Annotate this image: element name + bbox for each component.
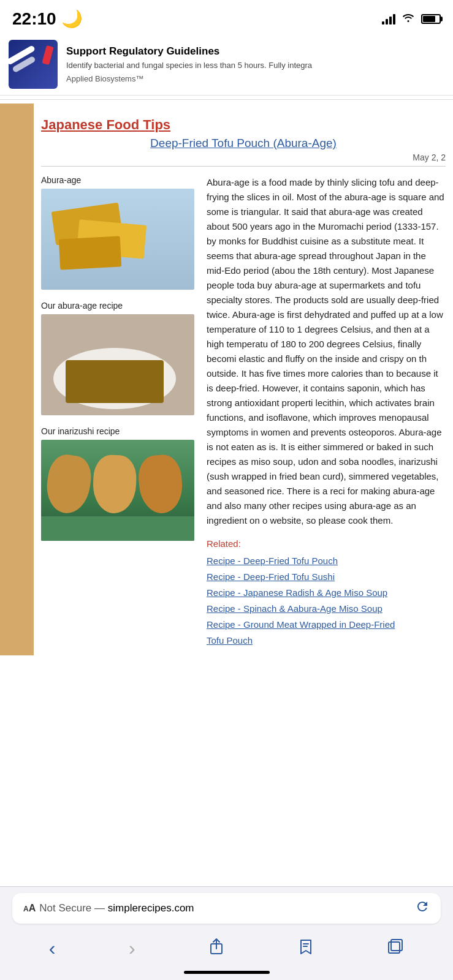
food-image-recipe bbox=[41, 314, 194, 415]
status-bar: 22:10 🌙 bbox=[0, 0, 453, 34]
battery-icon bbox=[421, 14, 441, 24]
related-link-text-6: Tofu Pouch bbox=[207, 635, 253, 646]
left-sidebar-stripe bbox=[0, 104, 34, 655]
related-label: Related: bbox=[207, 537, 446, 551]
ad-text-content: Support Regulatory Guidelines Identify b… bbox=[66, 45, 444, 83]
related-link-3[interactable]: Recipe - Japanese Radish & Age Miso Soup bbox=[207, 586, 446, 600]
signal-bar-4 bbox=[393, 14, 395, 24]
related-prefix-5: Recipe - bbox=[207, 619, 243, 630]
wifi-icon bbox=[402, 12, 415, 26]
related-link-text-2: Deep-Fried Tofu Sushi bbox=[243, 571, 335, 582]
tofu-image-bg bbox=[41, 189, 194, 290]
article-title-link[interactable]: Deep-Fried Tofu Pouch (Abura-Age) bbox=[41, 137, 446, 150]
url-display: Not Secure — simplerecipes.com bbox=[39, 902, 194, 914]
article-date: May 2, 2 bbox=[41, 153, 446, 162]
food-label-2: Our abura-age recipe bbox=[41, 301, 200, 311]
related-link-4[interactable]: Recipe - Spinach & Aabura-Age Miso Soup bbox=[207, 601, 446, 616]
url-text-group: AA Not Secure — simplerecipes.com bbox=[23, 902, 194, 914]
bottom-spacer bbox=[0, 655, 453, 766]
share-button[interactable] bbox=[202, 935, 230, 962]
article-right-column: Abura-age is a food made by thinly slici… bbox=[207, 175, 446, 649]
food-label-3: Our inarizushi recipe bbox=[41, 426, 200, 436]
related-prefix-3: Recipe - bbox=[207, 587, 243, 598]
advertisement-banner[interactable]: Support Regulatory Guidelines Identify b… bbox=[0, 34, 453, 96]
inari-piece-2 bbox=[92, 454, 137, 514]
url-domain: simplerecipes.com bbox=[108, 902, 194, 914]
food-image-inari bbox=[41, 440, 194, 541]
related-link-2[interactable]: Recipe - Deep-Fried Tofu Sushi bbox=[207, 570, 446, 584]
article-left-column: Abura-age Our abura-age recipe Our in bbox=[41, 175, 200, 649]
moon-icon: 🌙 bbox=[61, 9, 83, 29]
site-title-link[interactable]: Japanese Food Tips bbox=[41, 117, 170, 132]
related-prefix-1: Recipe - bbox=[207, 556, 243, 566]
back-button[interactable]: ‹ bbox=[43, 935, 62, 962]
ad-image bbox=[9, 40, 58, 89]
status-icons-group bbox=[382, 12, 441, 26]
clock-time: 22:10 bbox=[12, 9, 56, 29]
status-time-display: 22:10 🌙 bbox=[12, 9, 83, 29]
signal-bar-2 bbox=[386, 19, 388, 24]
ad-deco-3 bbox=[42, 45, 53, 65]
svg-rect-4 bbox=[391, 940, 402, 951]
food-image-abura-age bbox=[41, 189, 194, 290]
tofu-piece-3 bbox=[59, 236, 121, 270]
related-link-text-3: Japanese Radish & Age Miso Soup bbox=[243, 587, 387, 598]
url-bar[interactable]: AA Not Secure — simplerecipes.com bbox=[12, 893, 441, 924]
ad-source: Applied Biosystems™ bbox=[66, 74, 444, 83]
inari-piece-1 bbox=[44, 453, 94, 516]
ad-title: Support Regulatory Guidelines bbox=[66, 45, 444, 58]
forward-button[interactable]: › bbox=[123, 935, 142, 962]
article-body: Abura-age Our abura-age recipe Our in bbox=[41, 175, 446, 649]
related-link-5[interactable]: Recipe - Ground Meat Wrapped in Deep-Fri… bbox=[207, 617, 446, 632]
navigation-bar: ‹ › bbox=[12, 932, 441, 968]
main-content-area: Japanese Food Tips Deep-Fried Tofu Pouch… bbox=[34, 104, 453, 655]
related-link-text-5: Ground Meat Wrapped in Deep-Fried bbox=[243, 619, 395, 630]
site-header: Japanese Food Tips Deep-Fried Tofu Pouch… bbox=[41, 110, 446, 167]
related-link-text-4: Spinach & Aabura-Age Miso Soup bbox=[243, 603, 383, 614]
ad-description: Identify bacterial and fungal species in… bbox=[66, 60, 444, 71]
tabs-button[interactable] bbox=[381, 935, 410, 962]
article-body-text: Abura-age is a food made by thinly slici… bbox=[207, 175, 446, 528]
home-indicator bbox=[184, 971, 270, 974]
separator bbox=[0, 99, 453, 100]
food-label-1: Abura-age bbox=[41, 175, 200, 185]
signal-strength-icon bbox=[382, 13, 395, 24]
ad-image-bg bbox=[9, 40, 58, 89]
battery-fill bbox=[423, 16, 435, 22]
related-link-text-1: Deep-Fried Tofu Pouch bbox=[243, 556, 338, 566]
related-prefix-4: Recipe - bbox=[207, 603, 243, 614]
recipe-food bbox=[66, 360, 164, 403]
bookmarks-button[interactable] bbox=[292, 935, 320, 962]
inari-piece-3 bbox=[137, 453, 185, 515]
related-link-1[interactable]: Recipe - Deep-Fried Tofu Pouch bbox=[207, 554, 446, 568]
related-section: Related: Recipe - Deep-Fried Tofu Pouch … bbox=[207, 537, 446, 648]
leaf-bg bbox=[41, 516, 194, 541]
browser-bar: AA Not Secure — simplerecipes.com ‹ › bbox=[0, 886, 453, 980]
signal-bar-3 bbox=[389, 17, 392, 24]
inari-image-bg bbox=[41, 440, 194, 541]
related-prefix-2: Recipe - bbox=[207, 571, 243, 582]
url-prefix: Not Secure — bbox=[39, 902, 108, 914]
page-layout: Japanese Food Tips Deep-Fried Tofu Pouch… bbox=[0, 104, 453, 655]
svg-rect-3 bbox=[389, 942, 400, 953]
related-link-6[interactable]: Tofu Pouch bbox=[207, 633, 446, 648]
recipe-image-bg bbox=[41, 314, 194, 415]
reload-button[interactable] bbox=[415, 899, 430, 918]
aa-button[interactable]: AA bbox=[23, 903, 36, 914]
signal-bar-1 bbox=[382, 21, 384, 24]
